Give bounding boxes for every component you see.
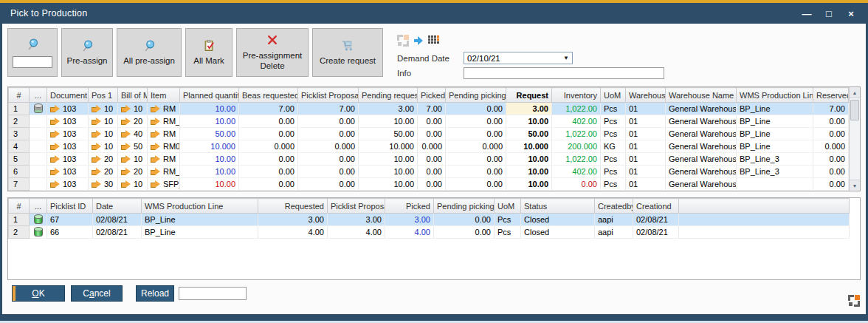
picked-cell[interactable]: 0.00 xyxy=(418,128,446,140)
column-header[interactable]: Pending picking xyxy=(434,199,495,214)
beas-requested-cell[interactable]: 0.00 xyxy=(239,115,298,128)
item-cell[interactable]: RM_B xyxy=(148,166,180,178)
table-row[interactable]: 1 103 10 10 RM 10.00 7.00 7.00 3.00 7.00… xyxy=(9,103,849,115)
reserved-cell[interactable]: 0.00 xyxy=(813,128,849,140)
column-header[interactable]: Beas requested xyxy=(239,88,298,103)
column-header[interactable]: WMS Production Line xyxy=(142,199,258,214)
wms-line-cell[interactable]: BP_Line xyxy=(142,226,258,239)
picked-cell[interactable]: 4.00 xyxy=(385,226,434,239)
column-header[interactable]: # xyxy=(9,88,30,103)
pending-picking-cell[interactable]: 0.00 xyxy=(434,214,495,226)
link-arrow-icon[interactable] xyxy=(92,180,101,188)
date-cell[interactable]: 02/08/21 xyxy=(93,226,142,239)
inventory-cell[interactable]: 1,022.00 xyxy=(552,103,601,115)
column-header[interactable]: Inventory xyxy=(552,88,601,103)
wms-line-cell[interactable]: BP_Line xyxy=(142,214,258,226)
item-cell[interactable]: RM001 xyxy=(148,140,180,153)
table-row[interactable]: 2 66 02/08/21 BP_Line 4.00 4.00 4.00 0.0… xyxy=(9,226,850,239)
request-cell[interactable]: 50.00 xyxy=(506,128,552,140)
picked-cell[interactable]: 0.00 xyxy=(418,115,446,128)
info-input[interactable] xyxy=(464,67,664,79)
column-header[interactable]: Createdby xyxy=(595,199,633,214)
column-header[interactable]: UoM xyxy=(495,199,521,214)
picklist-id-cell[interactable]: 66 xyxy=(47,226,93,239)
row-number[interactable]: 4 xyxy=(9,140,30,153)
uom-cell[interactable]: Pcs xyxy=(601,153,626,166)
pos-cell[interactable]: 20 xyxy=(89,153,118,166)
wms-line-cell[interactable]: BP_Line_3 xyxy=(737,153,813,166)
wms-line-cell[interactable]: BP_Line_3 xyxy=(737,166,813,178)
picklist-proposal-cell[interactable]: 4.00 xyxy=(328,226,385,239)
table-row[interactable]: 6 103 20 20 RM_B 10.00 0.00 0.00 10.00 0… xyxy=(9,166,849,178)
warehouse-cell[interactable]: 01 xyxy=(626,153,666,166)
row-number[interactable]: 1 xyxy=(9,103,30,115)
pending-request-cell[interactable]: 50.00 xyxy=(359,128,418,140)
inventory-cell[interactable]: 0.00 xyxy=(552,178,601,191)
reserved-cell[interactable]: 0.00 xyxy=(813,178,849,191)
column-header[interactable]: Date xyxy=(93,199,142,214)
table-row[interactable]: 5 103 20 10 RM 10.00 0.00 0.00 10.00 0.0… xyxy=(9,153,849,166)
link-arrow-icon[interactable] xyxy=(151,168,160,176)
pending-picking-cell[interactable]: 0.00 xyxy=(446,153,506,166)
link-arrow-icon[interactable] xyxy=(151,118,160,126)
document-cell[interactable]: 103 xyxy=(47,153,89,166)
link-arrow-icon[interactable] xyxy=(121,143,131,151)
wms-line-cell[interactable] xyxy=(737,178,813,191)
inventory-cell[interactable]: 1,022.00 xyxy=(552,153,601,166)
document-cell[interactable]: 103 xyxy=(47,128,89,140)
reserved-cell[interactable]: 0.00 xyxy=(813,115,849,128)
warehouse-name-cell[interactable]: General Warehouse xyxy=(666,153,737,166)
warehouse-cell[interactable]: 01 xyxy=(626,140,666,153)
row-number[interactable]: 7 xyxy=(9,178,30,191)
column-header[interactable]: Picklist Proposal xyxy=(328,199,385,214)
column-header[interactable]: Planned quantity xyxy=(180,88,239,103)
planned-qty-cell[interactable]: 50.00 xyxy=(180,128,239,140)
column-header[interactable]: Bill of M xyxy=(118,88,148,103)
requested-cell[interactable]: 4.00 xyxy=(258,226,328,239)
inventory-cell[interactable]: 1,022.00 xyxy=(552,128,601,140)
pending-request-cell[interactable]: 10.00 xyxy=(359,153,418,166)
grid-icon[interactable] xyxy=(428,34,440,47)
table-row[interactable]: 1 67 02/08/21 BP_Line 3.00 3.00 3.00 0.0… xyxy=(9,214,850,226)
link-arrow-icon[interactable] xyxy=(121,130,131,138)
planned-qty-cell[interactable]: 10.00 xyxy=(180,103,239,115)
pos-cell[interactable]: 10 xyxy=(89,115,118,128)
picklist-proposal-cell[interactable]: 0.000 xyxy=(298,140,359,153)
created-by-cell[interactable]: aapi xyxy=(595,226,633,239)
pin-input[interactable] xyxy=(13,56,52,68)
footer-input[interactable] xyxy=(179,287,247,300)
pending-picking-cell[interactable]: 0.00 xyxy=(446,178,506,191)
pending-picking-cell[interactable]: 0.00 xyxy=(446,166,506,178)
warehouse-name-cell[interactable]: General Warehouse xyxy=(666,103,737,115)
planned-qty-cell[interactable]: 10.00 xyxy=(180,166,239,178)
pos-cell[interactable]: 10 xyxy=(89,140,118,153)
uom-cell[interactable]: KG xyxy=(601,140,626,153)
request-cell[interactable]: 3.00 xyxy=(506,103,552,115)
planned-qty-cell[interactable]: 10.00 xyxy=(180,115,239,128)
pending-request-cell[interactable]: 10.000 xyxy=(359,140,418,153)
pending-request-cell[interactable]: 10.00 xyxy=(359,178,418,191)
wms-line-cell[interactable]: BP_Line xyxy=(737,128,813,140)
link-arrow-icon[interactable] xyxy=(92,105,101,113)
column-header[interactable]: Request xyxy=(506,88,552,103)
picklist-proposal-cell[interactable]: 7.00 xyxy=(298,103,359,115)
uom-cell[interactable]: Pcs xyxy=(601,103,626,115)
beas-requested-cell[interactable]: 0.00 xyxy=(239,178,298,191)
warehouse-name-cell[interactable]: General Warehouse xyxy=(666,128,737,140)
pending-request-cell[interactable]: 3.00 xyxy=(359,103,418,115)
column-header[interactable]: Reserved xyxy=(813,88,849,103)
title-bar[interactable]: Pick to Production — □ × xyxy=(0,3,868,24)
column-header[interactable]: Warehouse Name xyxy=(666,88,737,103)
beas-requested-cell[interactable]: 7.00 xyxy=(239,103,298,115)
reload-button[interactable]: Reload xyxy=(136,285,174,302)
pending-request-cell[interactable]: 10.00 xyxy=(359,166,418,178)
row-number[interactable]: 6 xyxy=(9,166,30,178)
link-arrow-icon[interactable] xyxy=(92,143,101,151)
item-cell[interactable]: RM xyxy=(148,103,180,115)
bom-cell[interactable]: 20 xyxy=(118,115,148,128)
picked-cell[interactable]: 7.00 xyxy=(418,103,446,115)
row-number[interactable]: 1 xyxy=(9,214,30,226)
bom-cell[interactable]: 20 xyxy=(118,166,148,178)
document-cell[interactable]: 103 xyxy=(47,166,89,178)
pos-cell[interactable]: 20 xyxy=(89,166,118,178)
